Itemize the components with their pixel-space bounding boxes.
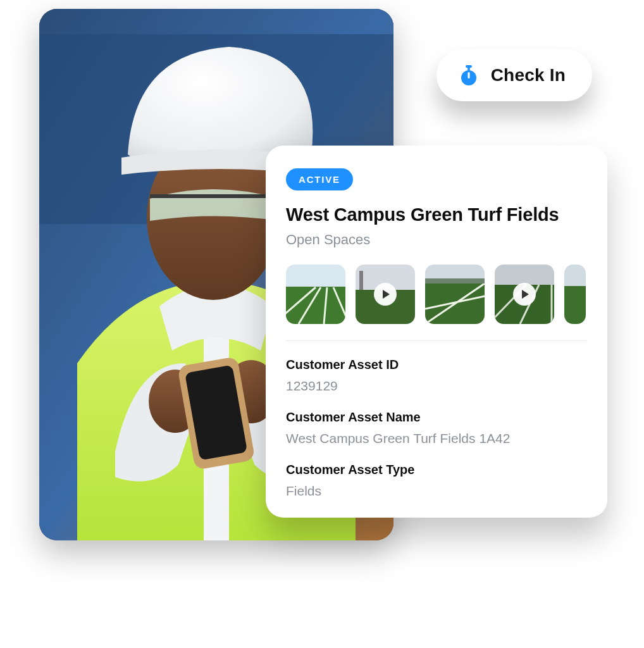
check-in-button[interactable]: Check In bbox=[437, 49, 592, 101]
asset-category: Open Spaces bbox=[286, 232, 587, 248]
svg-rect-18 bbox=[359, 271, 363, 290]
field-value: 1239129 bbox=[286, 378, 587, 394]
media-thumb-3[interactable] bbox=[425, 265, 485, 324]
svg-rect-5 bbox=[150, 194, 280, 198]
asset-title: West Campus Green Turf Fields bbox=[286, 204, 587, 225]
svg-rect-24 bbox=[564, 265, 586, 286]
status-badge: ACTIVE bbox=[286, 168, 353, 190]
check-in-label: Check In bbox=[491, 65, 566, 85]
field-value: West Campus Green Turf Fields 1A42 bbox=[286, 431, 587, 446]
field-asset-name: Customer Asset Name West Campus Green Tu… bbox=[266, 410, 607, 446]
field-label: Customer Asset Type bbox=[286, 463, 587, 477]
field-label: Customer Asset Name bbox=[286, 410, 587, 425]
svg-rect-13 bbox=[468, 72, 469, 78]
stopwatch-icon bbox=[458, 65, 480, 86]
media-thumb-5[interactable] bbox=[564, 265, 586, 324]
svg-rect-14 bbox=[286, 265, 345, 287]
field-label: Customer Asset ID bbox=[286, 358, 587, 372]
asset-detail-card: ACTIVE West Campus Green Turf Fields Ope… bbox=[266, 146, 607, 518]
media-thumbnails bbox=[266, 265, 607, 324]
svg-rect-22 bbox=[495, 265, 554, 285]
svg-rect-11 bbox=[468, 67, 470, 70]
media-thumb-2[interactable] bbox=[356, 265, 415, 324]
divider bbox=[286, 340, 587, 341]
field-value: Fields bbox=[286, 483, 587, 499]
field-asset-type: Customer Asset Type Fields bbox=[266, 463, 607, 499]
media-thumb-1[interactable] bbox=[286, 265, 345, 324]
svg-rect-25 bbox=[564, 286, 586, 324]
play-icon bbox=[513, 283, 536, 306]
media-thumb-4[interactable] bbox=[495, 265, 554, 324]
svg-rect-21 bbox=[425, 278, 485, 284]
play-icon bbox=[374, 283, 397, 306]
field-asset-id: Customer Asset ID 1239129 bbox=[266, 358, 607, 394]
